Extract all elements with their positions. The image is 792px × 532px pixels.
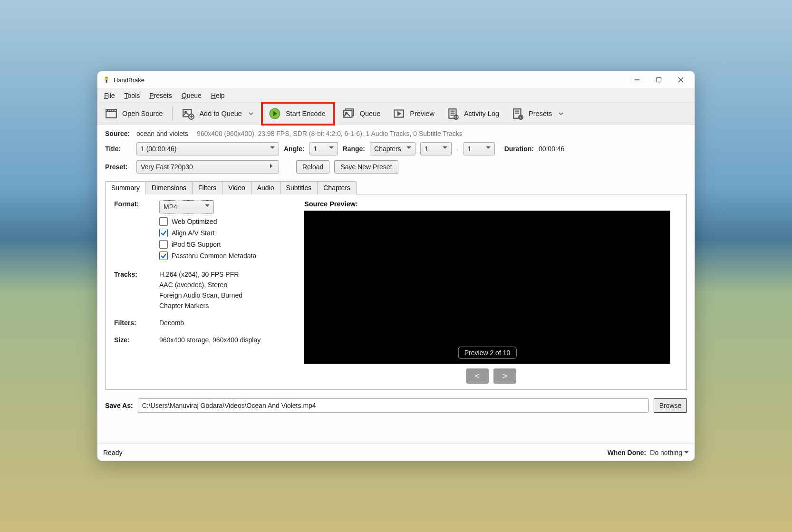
start-encode-button[interactable]: Start Encode: [264, 105, 330, 123]
tab-video[interactable]: Video: [222, 181, 251, 194]
tab-filters[interactable]: Filters: [192, 181, 222, 194]
track-line: H.264 (x264), 30 FPS PFR: [159, 271, 290, 278]
log-icon: i: [447, 107, 459, 120]
menu-tools[interactable]: Tools: [120, 90, 145, 101]
range-to-select[interactable]: 1: [464, 142, 495, 155]
picture-add-icon: [182, 107, 194, 120]
check-passthru-meta[interactable]: Passthru Common Metadata: [159, 251, 290, 260]
browse-button[interactable]: Browse: [654, 398, 687, 413]
check-ipod-5g[interactable]: iPod 5G Support: [159, 240, 290, 249]
pictures-icon: [343, 107, 355, 120]
when-done-select[interactable]: Do nothing: [650, 449, 689, 456]
format-label: Format:: [114, 200, 159, 208]
app-icon: [102, 76, 111, 84]
menu-file[interactable]: File: [99, 90, 120, 101]
app-window: HandBrake File Tools Presets Queue Help …: [97, 71, 695, 461]
reload-button[interactable]: Reload: [296, 160, 329, 174]
check-align-av[interactable]: Align A/V Start: [159, 229, 290, 237]
source-preview-label: Source Preview:: [304, 200, 678, 208]
range-dash: -: [456, 145, 459, 153]
presets-label: Presets: [529, 110, 552, 117]
range-from-select[interactable]: 1: [420, 142, 452, 155]
tabs: Summary Dimensions Filters Video Audio S…: [105, 181, 687, 194]
title-select[interactable]: 1 (00:00:46): [136, 142, 279, 155]
filters-label: Filters:: [114, 319, 159, 327]
source-preview: Preview 2 of 10: [304, 211, 670, 364]
toolbar: Open Source Add to Queue Start Encode Qu…: [97, 103, 695, 125]
check-web-optimized[interactable]: Web Optimized: [159, 217, 290, 226]
tab-subtitles[interactable]: Subtitles: [280, 181, 318, 194]
highlight-frame: Start Encode: [261, 102, 335, 126]
svg-rect-4: [657, 78, 661, 82]
preview-label: Preview: [410, 110, 435, 117]
clapperboard-icon: [105, 107, 117, 120]
maximize-button[interactable]: [648, 72, 670, 87]
menu-presets[interactable]: Presets: [145, 90, 176, 101]
activity-log-button[interactable]: i Activity Log: [442, 105, 504, 123]
tab-dimensions[interactable]: Dimensions: [145, 181, 193, 194]
open-source-button[interactable]: Open Source: [100, 105, 167, 123]
add-to-queue-button[interactable]: Add to Queue: [177, 105, 258, 123]
svg-point-2: [106, 77, 108, 78]
track-line: AAC (avcodec), Stereo: [159, 281, 290, 289]
checkbox-icon: [159, 217, 168, 226]
angle-select[interactable]: 1: [309, 142, 338, 155]
tab-panel-summary: Format: MP4 Web Optimized Align A/V Star…: [105, 194, 687, 390]
checkbox-checked-icon: [159, 251, 168, 260]
tracks-list: H.264 (x264), 30 FPS PFR AAC (avcodec), …: [159, 271, 290, 310]
tab-audio[interactable]: Audio: [251, 181, 280, 194]
summary-left: Format: MP4 Web Optimized Align A/V Star…: [114, 200, 290, 384]
close-button[interactable]: [670, 72, 692, 87]
save-new-preset-button[interactable]: Save New Preset: [334, 160, 398, 174]
chevron-down-icon[interactable]: [559, 110, 563, 117]
duration-label: Duration:: [504, 145, 534, 153]
chevron-down-icon[interactable]: [249, 110, 253, 117]
format-select[interactable]: MP4: [159, 200, 214, 213]
activity-log-label: Activity Log: [464, 110, 499, 117]
queue-button[interactable]: Queue: [338, 105, 386, 123]
save-as-input[interactable]: [138, 398, 649, 413]
svg-rect-1: [106, 80, 107, 83]
presets-icon: [512, 107, 524, 120]
tab-summary[interactable]: Summary: [105, 181, 146, 194]
preset-label: Preset:: [105, 163, 132, 171]
preview-prev-button[interactable]: <: [466, 368, 489, 384]
queue-label: Queue: [360, 110, 381, 117]
play-icon: [269, 107, 281, 120]
content-area: Source: ocean and violets 960x400 (960x4…: [97, 125, 695, 444]
checkbox-checked-icon: [159, 229, 168, 237]
preview-next-button[interactable]: >: [493, 368, 516, 384]
start-encode-label: Start Encode: [286, 110, 326, 117]
size-value: 960x400 storage, 960x400 display: [159, 336, 290, 344]
when-done: When Done: Do nothing: [608, 449, 689, 456]
track-line: Chapter Markers: [159, 302, 290, 310]
title-row: Title: 1 (00:00:46) Angle: 1 Range: Chap…: [105, 142, 687, 155]
menu-queue[interactable]: Queue: [177, 90, 206, 101]
presets-button[interactable]: Presets: [507, 105, 568, 123]
when-done-label: When Done:: [608, 449, 647, 456]
menubar: File Tools Presets Queue Help: [97, 88, 695, 103]
summary-right: Source Preview: Preview 2 of 10 < >: [304, 200, 678, 384]
range-type-select[interactable]: Chapters: [370, 142, 415, 155]
minimize-button[interactable]: [626, 72, 648, 87]
status-text: Ready: [103, 449, 122, 456]
tab-chapters[interactable]: Chapters: [317, 181, 357, 194]
menu-help[interactable]: Help: [206, 90, 230, 101]
chevron-right-icon: [270, 164, 275, 168]
duration-value: 00:00:46: [539, 145, 565, 153]
preview-button[interactable]: Preview: [388, 105, 439, 123]
preview-nav: < >: [304, 368, 678, 384]
preset-select[interactable]: Very Fast 720p30: [136, 160, 279, 174]
tracks-label: Tracks:: [114, 271, 159, 278]
svg-text:i: i: [456, 116, 456, 119]
track-line: Foreign Audio Scan, Burned: [159, 291, 290, 299]
window-title: HandBrake: [114, 77, 626, 84]
source-label: Source:: [105, 130, 132, 137]
save-as-label: Save As:: [105, 402, 133, 409]
source-name: ocean and violets: [136, 130, 188, 137]
video-preview-icon: [393, 107, 405, 120]
size-label: Size:: [114, 336, 159, 344]
titlebar: HandBrake: [97, 71, 695, 88]
preview-index-chip: Preview 2 of 10: [458, 347, 517, 359]
svg-marker-24: [398, 112, 400, 116]
